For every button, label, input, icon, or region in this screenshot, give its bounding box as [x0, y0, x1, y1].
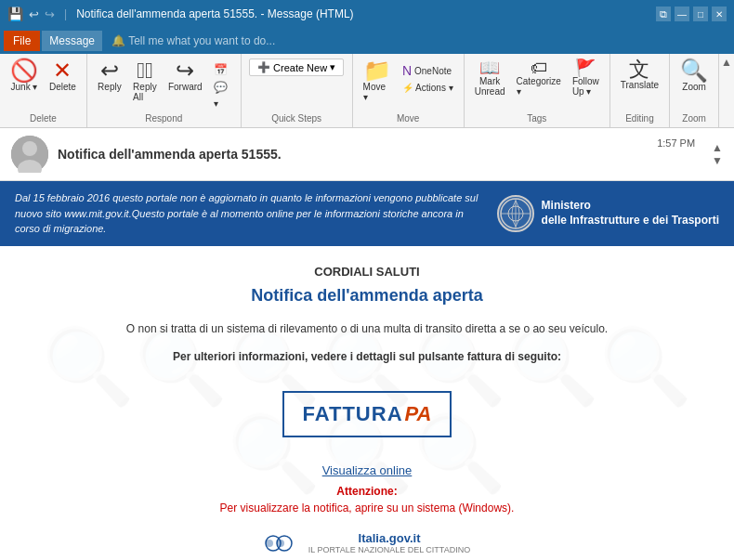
categorize-label: Categorize▾	[517, 76, 561, 97]
fattura-pa: PA	[405, 402, 432, 426]
zoom-icon: 🔍	[680, 59, 708, 82]
restore-btn[interactable]: ⧉	[656, 7, 671, 21]
app-icon: 💾	[7, 7, 23, 21]
quicksteps-group-label: Quick Steps	[271, 113, 321, 125]
visualizza-link[interactable]: Visualizza online	[37, 463, 697, 477]
editing-group-label: Editing	[625, 113, 654, 125]
reply-all-button[interactable]: ↩⃝ ReplyAll	[128, 58, 162, 104]
zoom-group-label: Zoom	[682, 113, 706, 125]
onenote-btn[interactable]: N OneNote	[398, 61, 458, 80]
junk-icon: 🚫	[10, 59, 38, 82]
fattura-text: FATTURA	[303, 402, 403, 426]
reply-label: Reply	[98, 82, 122, 92]
scroll-up-icon[interactable]: ▲	[712, 141, 723, 154]
create-new-btn[interactable]: ➕ Create New ▾	[249, 59, 344, 76]
ribbon-group-respond: ↩ Reply ↩⃝ ReplyAll ↪ Forward 📅 💬	[87, 54, 242, 127]
forward-label: Forward	[168, 82, 203, 92]
ribbon-group-editing: 文 Translate Editing	[610, 54, 670, 127]
onenote-icon: N	[402, 63, 412, 78]
junk-label: Junk ▾	[11, 82, 38, 92]
ribbon-collapse-btn[interactable]: ▲	[721, 56, 732, 69]
im-icon: 💬	[214, 81, 228, 94]
greeting-text: CORDIALI SALUTI	[37, 265, 697, 279]
reply-button[interactable]: ↩ Reply	[93, 58, 126, 94]
categorize-icon: 🏷	[531, 59, 547, 76]
move-button[interactable]: 📁 Move ▾	[359, 58, 396, 104]
translate-icon: 文	[629, 59, 649, 80]
actions-btn[interactable]: ⚡ Actions ▾	[398, 81, 458, 95]
scroll-down-icon[interactable]: ▼	[712, 154, 723, 167]
menu-message[interactable]: Message	[42, 31, 102, 51]
fattura-button[interactable]: FATTURA PA	[282, 391, 452, 437]
delete-label: Delete	[49, 82, 76, 92]
ribbon-group-delete: 🚫 Junk ▾ ✕ Delete Delete	[0, 54, 87, 127]
forward-icon: ↪	[176, 59, 194, 82]
ribbon-group-quicksteps: ➕ Create New ▾ Quick Steps	[242, 54, 353, 127]
italiagovit-sub: IL PORTALE NAZIONALE DEL CITTADINO	[308, 545, 470, 554]
delete-button[interactable]: ✕ Delete	[45, 58, 81, 94]
ribbon-group-zoom: 🔍 Zoom Zoom	[670, 54, 719, 127]
zoom-label: Zoom	[682, 82, 706, 92]
email-subject: Notifica dell'ammenda aperta 51555.	[58, 147, 648, 162]
tags-group-label: Tags	[527, 113, 546, 125]
categorize-button[interactable]: 🏷 Categorize▾	[512, 58, 566, 98]
paragraph2: Per ulteriori informazioni, vedere i det…	[37, 348, 697, 365]
paragraph1: O non si tratta di un sistema di rilevam…	[37, 320, 697, 337]
minimize-btn[interactable]: —	[675, 7, 689, 21]
delete-group-label: Delete	[30, 113, 57, 125]
title-sep: |	[64, 7, 67, 20]
create-dropdown-icon: ▾	[330, 61, 335, 73]
create-new-label: Create New	[273, 62, 327, 73]
follow-up-icon: 🚩	[575, 59, 596, 76]
respond-group-label: Respond	[145, 113, 182, 125]
gov-logo-area: Ministero delle Infrastrutture e dei Tra…	[497, 195, 719, 232]
reply-all-icon: ↩⃝	[137, 59, 153, 82]
undo-btn[interactable]: ↩	[29, 7, 39, 21]
im-btn[interactable]: 💬	[209, 79, 235, 96]
email-content: 🔍🔍🔍🔍🔍🔍🔍🔍🔍🔍 CORDIALI SALUTI Notifica dell…	[0, 246, 734, 561]
title-bar: 💾 ↩ ↪ | Notifica dell'ammenda aperta 515…	[0, 0, 734, 28]
move-icon: 📁	[363, 59, 391, 82]
italiagovit-logo-area: Italia.gov.it IL PORTALE NAZIONALE DEL C…	[37, 529, 697, 557]
close-btn[interactable]: ✕	[712, 7, 727, 21]
maximize-btn[interactable]: □	[693, 7, 708, 21]
mark-unread-button[interactable]: 📖 MarkUnread	[470, 58, 510, 98]
follow-up-button[interactable]: 🚩 FollowUp ▾	[568, 58, 604, 98]
menu-file[interactable]: File	[4, 31, 40, 51]
meeting-btn[interactable]: 📅	[209, 61, 235, 78]
menu-tell-me[interactable]: 🔔 Tell me what you want to do...	[104, 31, 282, 51]
italiagovit-name: Italia.gov.it	[308, 531, 470, 545]
redo-btn[interactable]: ↪	[45, 7, 55, 21]
zoom-button[interactable]: 🔍 Zoom	[675, 58, 713, 94]
reply-icon: ↩	[100, 59, 119, 82]
gov-banner-text: Dal 15 febbraio 2016 questo portale non …	[15, 190, 486, 237]
email-time: 1:57 PM	[657, 136, 695, 149]
mark-unread-icon: 📖	[479, 59, 500, 76]
create-new-icon: ➕	[257, 61, 270, 73]
attenzione-text: Per visualizzare la notifica, aprire su …	[37, 501, 697, 514]
gov-ministry-name: Ministero delle Infrastrutture e dei Tra…	[542, 199, 719, 228]
mark-unread-label: MarkUnread	[475, 76, 505, 97]
email-header: Notifica dell'ammenda aperta 51555. 1:57…	[0, 128, 734, 181]
svg-point-8	[266, 540, 273, 547]
ribbon-group-move: 📁 Move ▾ N OneNote ⚡ Actions ▾ Move	[353, 54, 465, 127]
email-header-info: Notifica dell'ammenda aperta 51555.	[58, 147, 648, 162]
delete-icon: ✕	[53, 59, 72, 82]
more-respond-btn[interactable]: ▾	[209, 97, 235, 111]
forward-button[interactable]: ↪ Forward	[164, 58, 207, 94]
email-title: Notifica dell'ammenda aperta	[37, 286, 697, 306]
ribbon: 🚫 Junk ▾ ✕ Delete Delete ↩ Reply ↩⃝ Repl…	[0, 54, 734, 128]
follow-up-label: FollowUp ▾	[572, 76, 599, 97]
gov-emblem	[497, 195, 534, 232]
translate-label: Translate	[621, 80, 659, 90]
junk-button[interactable]: 🚫 Junk ▾	[6, 58, 43, 94]
translate-button[interactable]: 文 Translate	[616, 58, 663, 92]
move-group-label: Move	[397, 113, 419, 125]
meeting-icon: 📅	[214, 63, 228, 76]
menu-bar: File Message 🔔 Tell me what you want to …	[0, 28, 734, 54]
sender-avatar	[11, 136, 48, 173]
email-body: Dal 15 febbraio 2016 questo portale non …	[0, 181, 734, 560]
attenzione-label: Attenzione:	[37, 485, 697, 498]
move-label: Move ▾	[363, 82, 391, 102]
ribbon-group-tags: 📖 MarkUnread 🏷 Categorize▾ 🚩 FollowUp ▾ …	[465, 54, 610, 127]
